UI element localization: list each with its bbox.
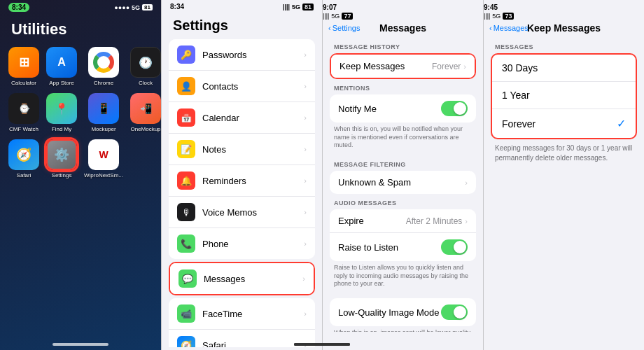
app-clock[interactable]: 🕐 Clock [130, 47, 161, 86]
contacts-label: Contacts [202, 81, 304, 92]
settings-item-contacts[interactable]: 👤 Contacts › [169, 71, 315, 102]
appstore-label: App Store [49, 80, 74, 86]
keep-messages-item[interactable]: Keep Messages Forever › [331, 55, 475, 78]
onemock-icon: 📲 [130, 93, 161, 124]
findmy-icon: 📍 [46, 93, 77, 124]
expire-item[interactable]: Expire After 2 Minutes › [330, 209, 476, 233]
app-appstore[interactable]: A App Store [46, 47, 77, 86]
low-quality-item[interactable]: Low-Quality Image Mode [330, 298, 476, 326]
settings-item-calendar[interactable]: 📅 Calendar › [169, 102, 315, 134]
settings-list: 🔑 Passwords › 👤 Contacts › 📅 Calendar › … [169, 39, 315, 259]
messages-nav-title: Messages [379, 22, 426, 34]
cmfwatch-icon: ⌚ [8, 93, 39, 124]
filtering-header: MESSAGE FILTERING [323, 155, 483, 171]
calendar-icon: 📅 [177, 108, 195, 127]
clock-label: Clock [139, 80, 153, 86]
settings-item-messages[interactable]: 💬 Messages › [170, 263, 314, 294]
keep-nav-bar: ‹ Messages Keep Messages [484, 20, 644, 38]
keep-signal: |||| [484, 13, 490, 20]
expire-label: Expire [338, 216, 406, 226]
settings-item-notes[interactable]: 📝 Notes › [169, 134, 315, 165]
app-wipro[interactable]: W WiproNextSm... [84, 139, 123, 178]
phone-icon: 📞 [177, 234, 195, 253]
keep-back-button[interactable]: ‹ Messages [489, 24, 528, 32]
settings-item-facetime[interactable]: 📹 FaceTime › [169, 298, 315, 330]
reminders-icon: 🔔 [177, 172, 195, 190]
keep-nav-title: Keep Messages [527, 22, 601, 34]
phone-chevron: › [304, 239, 307, 248]
contacts-chevron: › [304, 82, 307, 90]
app-mockuper[interactable]: 📱 Mockuper [84, 93, 123, 132]
app-findmy[interactable]: 📍 Find My [46, 93, 77, 132]
contacts-icon: 👤 [177, 77, 195, 95]
messages-settings-panel: 9:07 |||| 5G 77 ‹ Settings Messages MESS… [322, 0, 483, 350]
mockuper-icon: 📱 [88, 93, 119, 124]
app-safari[interactable]: 🧭 Safari [8, 139, 39, 178]
mentions-section: Notify Me [330, 94, 476, 122]
keep-30days-option[interactable]: 30 Days [492, 55, 636, 82]
filtering-section: Unknown & Spam › [330, 171, 476, 194]
notify-me-item[interactable]: Notify Me [330, 94, 476, 122]
app-calculator[interactable]: ⊞ Calculator [8, 47, 39, 86]
safari-icon: 🧭 [8, 139, 39, 170]
keep-note: Keeping messages for 30 days or 1 year w… [484, 139, 644, 167]
passwords-icon: 🔑 [177, 46, 195, 64]
settings-label: Settings [52, 172, 72, 178]
settings-network: 5G [292, 4, 300, 10]
keep-network: 5G [492, 13, 500, 20]
settings-item-passwords[interactable]: 🔑 Passwords › [169, 39, 315, 71]
findmy-label: Find My [52, 126, 71, 132]
forever-checkmark: ✓ [617, 117, 626, 130]
notes-chevron: › [304, 145, 307, 153]
audio-note: Raise to Listen allows you to quickly li… [323, 261, 483, 294]
settings-item-voicememos[interactable]: 🎙 Voice Memos › [169, 197, 315, 228]
voicememos-chevron: › [304, 208, 307, 216]
low-quality-label: Low-Quality Image Mode [338, 307, 441, 318]
messages-status-icons: |||| 5G 77 [323, 13, 483, 20]
chrome-ring [93, 52, 114, 73]
app-cmfwatch[interactable]: ⌚ CMF Watch [8, 93, 39, 132]
mentions-header: MENTIONS [323, 79, 483, 94]
settings-battery: 81 [302, 4, 314, 10]
appstore-icon: A [46, 47, 77, 78]
messages-status-bar: 9:07 |||| 5G 77 [323, 0, 483, 20]
raise-listen-toggle[interactable] [441, 239, 468, 255]
low-quality-toggle[interactable] [441, 304, 468, 320]
settings-icon: ⚙️ [46, 139, 77, 170]
mentions-note: When this is on, you will be notified wh… [323, 122, 483, 155]
keep-section-header: MESSAGES [484, 38, 644, 53]
wipro-label: WiproNextSm... [84, 172, 123, 178]
app-settings[interactable]: ⚙️ Settings [46, 139, 77, 178]
notes-label: Notes [202, 144, 304, 155]
settings-list-2: 📹 FaceTime › 🧭 Safari › 🌐 Translate › ⚡ … [169, 298, 315, 347]
battery-level: 81 [142, 4, 153, 10]
messages-time: 9:07 [323, 4, 337, 11]
keep-forever-label: Forever [502, 118, 536, 130]
home-screen-panel: 8:34 ●●●● 5G 81 Utilities ⊞ Calculator A… [0, 0, 161, 350]
keep-1year-option[interactable]: 1 Year [492, 82, 636, 109]
settings-item-phone[interactable]: 📞 Phone › [169, 228, 315, 259]
settings-item-reminders[interactable]: 🔔 Reminders › [169, 165, 315, 197]
messages-signal: |||| [323, 13, 329, 20]
settings-item-safari[interactable]: 🧭 Safari › [169, 330, 315, 347]
expire-value: After 2 Minutes [406, 216, 463, 226]
messages-back-button[interactable]: ‹ Settings [328, 24, 360, 32]
keep-status-icons: |||| 5G 73 [484, 13, 644, 20]
app-onemock[interactable]: 📲 OneMockup [130, 93, 161, 132]
app-chrome[interactable]: Chrome [84, 47, 123, 86]
audio-header: AUDIO MESSAGES [323, 194, 483, 209]
message-history-section: Keep Messages Forever › [330, 53, 476, 79]
messages-network: 5G [331, 13, 340, 20]
home-indicator [52, 343, 108, 346]
settings-signal: |||| [283, 4, 290, 10]
home-time: 8:34 [8, 3, 29, 12]
keep-forever-option[interactable]: Forever ✓ [492, 109, 636, 138]
safari-list-label: Safari [202, 340, 304, 348]
raise-listen-item[interactable]: Raise to Listen [330, 233, 476, 261]
image-quality-note: When this is on, images sent will be low… [323, 326, 483, 332]
settings-time: 8:34 [170, 3, 184, 10]
unknown-spam-item[interactable]: Unknown & Spam › [330, 171, 476, 194]
messages-label: Messages [204, 274, 302, 284]
notify-me-toggle[interactable] [441, 101, 468, 116]
settings-messages-highlighted[interactable]: 💬 Messages › [169, 262, 315, 295]
